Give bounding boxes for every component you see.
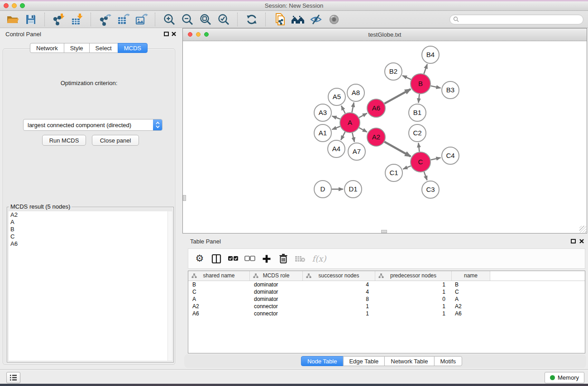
deselect-all-button[interactable] [243,252,257,266]
select-all-button[interactable] [226,252,240,266]
vertical-scroll-thumb[interactable] [183,195,186,201]
open-session-button[interactable] [5,12,21,27]
close-panel-icon[interactable] [579,238,584,244]
run-mcds-button[interactable]: Run MCDS [42,135,86,146]
graph-edge-C-C4[interactable] [430,158,440,160]
graph-edge-A-A4[interactable] [341,132,345,140]
show-panels-button[interactable] [6,372,20,383]
table-row[interactable]: A6connector11A6 [188,310,585,317]
export-table-button[interactable] [115,12,131,27]
minimize-traffic-light[interactable] [196,32,201,37]
graph-node-A6[interactable]: A6 [367,99,385,117]
graph-node-C4[interactable]: C4 [442,147,459,164]
tab-network[interactable]: Network [30,43,64,53]
close-traffic-light[interactable] [4,3,9,8]
column-header-shared-name[interactable]: shared name [188,271,250,281]
export-image-button[interactable] [133,12,149,27]
horizontal-scroll-thumb[interactable] [381,230,387,233]
delete-table-button[interactable] [293,252,307,266]
table-row[interactable]: A2connector11A2 [188,303,585,310]
float-panel-icon[interactable] [164,32,169,36]
graph-edge-A-A2[interactable] [359,128,367,132]
graph-node-A2[interactable]: A2 [367,128,385,146]
memory-button[interactable]: Memory [545,372,584,383]
graph-edge-B-B1[interactable] [418,94,419,103]
show-graphics-details-button[interactable] [326,12,342,27]
graph-node-A8[interactable]: A8 [347,84,364,101]
tab-style[interactable]: Style [64,43,90,53]
graph-edge-B-B3[interactable] [430,86,440,88]
tab-motifs[interactable]: Motifs [434,356,462,366]
float-panel-icon[interactable] [571,239,576,243]
graph-edge-A2-C[interactable] [384,142,411,156]
graph-node-D1[interactable]: D1 [344,181,362,198]
export-network-button[interactable] [97,12,113,27]
graph-edge-A-A3[interactable] [332,116,340,119]
graph-edge-B-B2[interactable] [402,76,411,80]
close-panel-button[interactable]: Close panel [92,135,139,146]
graph-node-A4[interactable]: A4 [328,140,345,157]
resize-grip[interactable] [579,226,586,233]
graph-node-B[interactable]: B [411,74,430,94]
criterion-dropdown[interactable]: largest connected component (directed) [23,119,163,131]
tab-node-table[interactable]: Node Table [301,356,344,366]
graph-node-B3[interactable]: B3 [442,81,459,99]
zoom-selected-button[interactable] [215,12,232,27]
graph-node-A5[interactable]: A5 [328,88,345,105]
graph-node-C3[interactable]: C3 [422,181,439,198]
table-row[interactable]: Bdominator41B [188,281,585,288]
import-network-button[interactable] [51,12,67,27]
houses-button[interactable] [290,12,306,27]
graph-edge-B-B4[interactable] [424,64,427,74]
graph-edge-A-A6[interactable] [359,113,367,118]
mcds-result-item[interactable]: A [9,219,172,226]
graph-edge-C-C2[interactable] [418,143,419,152]
graph-edge-A-A8[interactable] [352,103,354,113]
result-scrollbar[interactable] [167,211,172,361]
column-visibility-button[interactable] [210,252,223,266]
graph-edge-A6-B[interactable] [384,89,411,104]
tab-mcds[interactable]: MCDS [118,43,148,53]
zoom-fit-button[interactable] [197,12,214,27]
save-session-button[interactable] [23,12,39,27]
mcds-result-list[interactable]: A2ABCA6 [9,211,172,361]
column-header-successor-nodes[interactable]: successor nodes [303,271,375,281]
mcds-result-item[interactable]: B [9,226,172,233]
graph-node-B1[interactable]: B1 [409,104,426,121]
column-header-predecessor-nodes[interactable]: predecessor nodes [375,271,452,281]
graph-node-B2[interactable]: B2 [385,63,402,80]
search-field[interactable] [449,14,583,24]
minimize-traffic-light[interactable] [12,3,17,8]
tab-select[interactable]: Select [89,43,118,53]
graph-node-A[interactable]: A [340,113,360,133]
graph-edge-C-C1[interactable] [403,166,411,169]
tab-edge-table[interactable]: Edge Table [343,356,385,366]
column-header-mcds-role[interactable]: MCDS role [250,271,303,281]
zoom-out-button[interactable] [179,12,196,27]
mcds-result-item[interactable]: C [9,233,172,240]
delete-column-button[interactable] [277,252,290,266]
create-column-button[interactable] [260,252,273,266]
graph-node-D[interactable]: D [314,181,331,198]
tab-network-table[interactable]: Network Table [384,356,434,366]
graph-node-A3[interactable]: A3 [314,104,331,121]
graph-edge-A-A1[interactable] [332,126,340,129]
zoom-traffic-light[interactable] [20,3,25,8]
graph-node-A1[interactable]: A1 [314,124,331,142]
network-from-selection-button[interactable] [272,12,288,27]
function-builder-button[interactable]: f(x) [310,252,328,266]
close-panel-icon[interactable] [171,31,177,37]
column-header-name[interactable]: name [452,271,490,281]
graph-node-B4[interactable]: B4 [422,46,439,63]
graph-edge-A-A7[interactable] [352,133,354,142]
graph-edge-A-A5[interactable] [341,106,345,114]
table-settings-button[interactable]: ⚙ [193,252,206,266]
table-row[interactable]: Cdominator41C [188,288,585,295]
hide-graphics-details-button[interactable] [308,12,324,27]
graph-node-C[interactable]: C [411,152,430,172]
network-canvas[interactable]: B4B2BB3A8A5A6A3B1AA1C2A2A4A7C4CC1C3DD1 [183,41,587,233]
graph-edge-C-C3[interactable] [424,172,427,181]
import-table-button[interactable] [69,12,85,27]
zoom-in-button[interactable] [161,12,177,27]
mcds-result-item[interactable]: A2 [9,211,172,219]
